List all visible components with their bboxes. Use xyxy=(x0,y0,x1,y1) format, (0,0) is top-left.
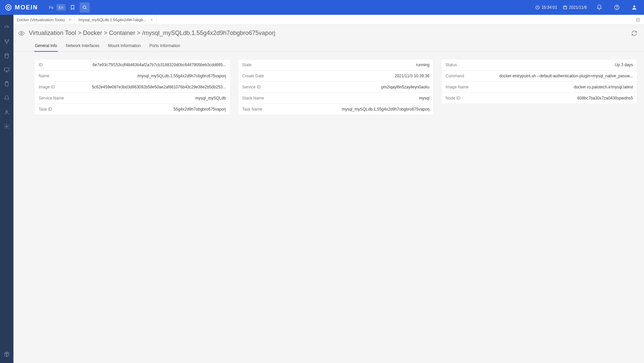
svg-point-18 xyxy=(21,32,23,34)
tab-docker-virtualization[interactable]: Docker (Virtualization Tools) × xyxy=(13,15,75,25)
svg-point-7 xyxy=(633,5,635,7)
topbar: MOEIN Fa En 15:34:01 2021/11/6 xyxy=(0,0,644,15)
svg-point-1 xyxy=(6,5,11,10)
svg-point-0 xyxy=(7,6,9,8)
nav-dashboard-icon[interactable] xyxy=(3,24,11,32)
info-row: Commanddocker-entrypoint.sh --default-au… xyxy=(441,71,637,82)
refresh-icon[interactable] xyxy=(631,30,637,36)
svg-point-10 xyxy=(6,43,7,44)
date-text: 2021/11/6 xyxy=(569,5,587,10)
field-value: /mysql_mySQLdb.1.55g4x2d9h7obgbro675vapo… xyxy=(79,74,226,78)
tab-container-detail[interactable]: /mysql_mySQLdb.1.55g4x2d9h7obgb... × xyxy=(75,15,157,25)
field-value: 2021/11/3 10:39:36 xyxy=(283,74,430,78)
info-row: Create Date2021/11/3 10:39:36 xyxy=(238,71,434,82)
info-row: StatusUp 3 days xyxy=(441,59,637,71)
field-value: mysql_mySQLdb.1.55g4x2d9h7obgbro675vapor… xyxy=(283,107,430,112)
topbar-right: 15:34:01 2021/11/6 xyxy=(535,2,639,12)
calendar-icon xyxy=(563,5,567,10)
page-tabs: Docker (Virtualization Tools) × /mysql_m… xyxy=(13,15,644,25)
svg-rect-4 xyxy=(563,6,566,9)
nav-monitor-icon[interactable] xyxy=(3,66,11,74)
field-label: Create Date xyxy=(242,74,283,78)
field-value: mysql_mySQLdb xyxy=(79,96,226,100)
nav-topology-icon[interactable] xyxy=(3,38,11,46)
field-label: Task ID xyxy=(39,107,79,112)
close-all-tabs-icon[interactable] xyxy=(635,16,641,23)
field-label: Command xyxy=(445,74,486,78)
brand-text: MOEIN xyxy=(15,4,38,11)
field-label: Task Name xyxy=(242,107,283,112)
field-label: Name xyxy=(39,74,79,78)
nav-settings-icon[interactable] xyxy=(3,122,11,130)
lang-fa-button[interactable]: Fa xyxy=(47,4,56,11)
info-row: ID6e7e93c75f153cdf48463b4af2a7b7cb318832… xyxy=(35,59,230,71)
field-label: Service Name xyxy=(39,96,79,100)
svg-point-15 xyxy=(6,111,8,112)
field-value: docker-entrypoint.sh --default-authentic… xyxy=(486,74,633,78)
info-row: Task Namemysql_mySQLdb.1.55g4x2d9h7obgbr… xyxy=(238,104,434,115)
search-icon[interactable] xyxy=(80,2,90,12)
nav-clipboard-icon[interactable] xyxy=(3,80,11,88)
nav-storage-icon[interactable] xyxy=(3,52,11,60)
user-icon[interactable] xyxy=(629,2,639,12)
bell-icon[interactable] xyxy=(594,2,604,12)
info-row: Service IDpm2iqayl6n5zayileyn0aoliu xyxy=(238,82,434,93)
panel-identity: ID6e7e93c75f153cdf48463b4af2a7b7cb318832… xyxy=(34,59,230,115)
info-panels: ID6e7e93c75f153cdf48463b4af2a7b7cb318832… xyxy=(13,52,644,122)
field-label: ID xyxy=(39,63,79,67)
nav-alerts-icon[interactable] xyxy=(3,94,11,102)
subtab-general-info[interactable]: General Info xyxy=(34,41,58,51)
info-row: Service Namemysql_mySQLdb xyxy=(35,93,230,104)
help-icon[interactable] xyxy=(612,2,622,12)
eye-icon xyxy=(18,30,25,37)
info-row: Name/mysql_mySQLdb.1.55g4x2d9h7obgbro675… xyxy=(35,71,230,82)
sidebar-rail xyxy=(0,15,13,363)
tab-label: Docker (Virtualization Tools) xyxy=(17,18,65,22)
field-value: running xyxy=(283,63,430,67)
subtab-mount-information[interactable]: Mount Information xyxy=(108,41,141,51)
panel-runtime: StatusUp 3 days Commanddocker-entrypoint… xyxy=(441,59,637,104)
close-icon[interactable]: × xyxy=(69,17,72,22)
info-row: Staterunning xyxy=(238,59,434,71)
svg-point-11 xyxy=(5,53,9,55)
svg-rect-12 xyxy=(4,68,9,71)
subtab-network-interfaces[interactable]: Network Interfaces xyxy=(65,41,100,51)
nav-users-icon[interactable] xyxy=(3,108,11,116)
subtabs: General Info Network Interfaces Mount In… xyxy=(13,39,644,52)
field-label: Image ID xyxy=(39,85,79,89)
field-label: Image Name xyxy=(445,85,486,89)
breadcrumb: Virtualization Tool > Docker > Container… xyxy=(29,30,275,37)
lang-en-button[interactable]: En xyxy=(56,4,66,11)
info-row: Task ID55g4x2d9h7obgbro675vaporj xyxy=(35,104,230,115)
language-switch: Fa En xyxy=(47,4,66,11)
info-row: Stack Namemysql xyxy=(238,93,434,104)
field-value: 6e7e93c75f153cdf48463b4af2a7b7cb3188320d… xyxy=(79,63,226,67)
brand-icon xyxy=(5,4,12,11)
field-value: 55g4x2d9h7obgbro675vaporj xyxy=(79,107,226,112)
field-value: docker-ro.paiotech.ir/mysql:latest xyxy=(486,85,633,89)
field-label: Node ID xyxy=(445,96,486,100)
field-value: Up 3 days xyxy=(486,63,633,67)
nav-cube-icon[interactable] xyxy=(3,350,11,358)
field-value: mysql xyxy=(283,96,430,100)
close-icon[interactable]: × xyxy=(150,17,153,22)
svg-point-2 xyxy=(83,6,86,8)
field-value: 608bc7ba30x7za0438spwdhs5 xyxy=(486,96,633,100)
svg-point-6 xyxy=(616,8,617,9)
brand-logo[interactable]: MOEIN xyxy=(5,4,38,11)
field-value: 5c62e459e087e3bd3d963092b58e50ae2af88107… xyxy=(79,85,226,89)
bookmark-icon[interactable] xyxy=(68,2,78,12)
svg-point-9 xyxy=(8,40,9,41)
info-row: Image ID5c62e459e087e3bd3d963092b58e50ae… xyxy=(35,82,230,93)
time-text: 15:34:01 xyxy=(542,5,557,10)
date-display: 2021/11/6 xyxy=(563,5,587,10)
tab-label: /mysql_mySQLdb.1.55g4x2d9h7obgb... xyxy=(78,18,146,22)
info-row: Image Namedocker-ro.paiotech.ir/mysql:la… xyxy=(441,82,637,93)
panel-state: Staterunning Create Date2021/11/3 10:39:… xyxy=(238,59,434,115)
subtab-ports-information[interactable]: Ports Information xyxy=(149,41,181,51)
svg-point-8 xyxy=(5,40,6,41)
clock-icon xyxy=(535,5,540,10)
field-label: Service ID xyxy=(242,85,283,89)
clock-display: 15:34:01 xyxy=(535,5,557,10)
info-row: Node ID608bc7ba30x7za0438spwdhs5 xyxy=(441,93,637,104)
